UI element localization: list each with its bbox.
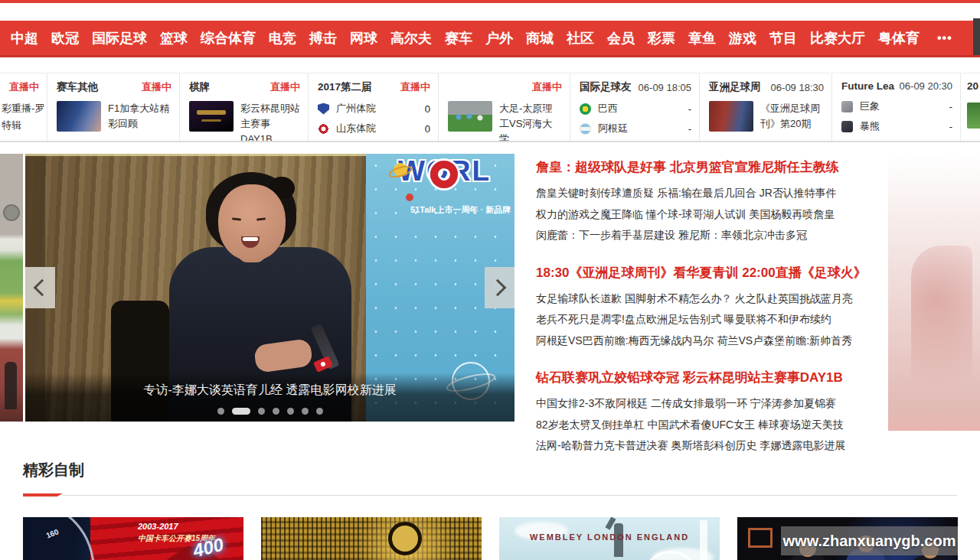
team-row: 阿根廷 - <box>580 122 691 135</box>
nav-item-fighting[interactable]: 搏击 <box>309 29 337 47</box>
carousel-dot-active[interactable] <box>232 408 250 415</box>
team-row: 暴熊 - <box>841 119 952 133</box>
nav-item-outdoor[interactable]: 户外 <box>485 29 513 47</box>
more-menu-icon[interactable]: ••• <box>937 31 952 45</box>
live-badge: 直播中 <box>400 80 430 94</box>
nav-item-programs[interactable]: 节目 <box>769 29 797 47</box>
nav-item-octopus[interactable]: 章鱼 <box>688 29 716 47</box>
card-title: 大足-太原理工VS河海大学 <box>499 101 562 141</box>
nav-item-intl-football[interactable]: 国际足球 <box>92 29 147 47</box>
carousel-dot[interactable] <box>302 408 309 415</box>
featured-thumbnails: 160 2003-2017 中国卡车公开赛15周年 400 WEMBLEY LO… <box>0 517 980 560</box>
live-card-college-match[interactable]: 2017第二届 直播中 广州体院 0 山东体院 0 <box>309 73 439 141</box>
match-time: 06-09 18:05 <box>639 82 691 93</box>
nav-item-match-hall[interactable]: 比赛大厅 <box>810 29 865 47</box>
elephant-team-logo-icon <box>841 101 853 112</box>
nav-item-yue-sports[interactable]: 粤体育 <box>878 29 920 47</box>
nav-item-lottery[interactable]: 彩票 <box>648 29 675 47</box>
card-thumbnail <box>448 101 492 132</box>
carousel-dot[interactable] <box>273 408 279 415</box>
card-thumbnail <box>709 101 753 132</box>
news-line[interactable]: 女足输球队长道歉 国脚射术不精怎么办？ 火之队赴英国挑战蓝月亮 <box>536 288 917 310</box>
news-line[interactable]: 法网-哈勒普力克卡普进决赛 奥斯塔彭科创历史 李娜透露电影进展 <box>536 435 917 457</box>
basketball-hoop-icon <box>748 528 773 548</box>
live-badge: 直播中 <box>270 80 300 94</box>
nav-item-games[interactable]: 游戏 <box>729 29 756 47</box>
main-nav: 中超 欧冠 国际足球 篮球 综合体育 电竞 搏击 网球 高尔夫 赛车 户外 商城… <box>0 21 980 57</box>
nav-item-racing[interactable]: 赛车 <box>445 29 472 47</box>
red-ring-letter-o <box>430 161 458 188</box>
live-card-partial-right[interactable]: 20 <box>961 73 980 141</box>
carousel-caption[interactable]: 专访-李娜大谈英语育儿经 透露电影网校新进展 <box>25 383 514 399</box>
news-headline[interactable]: 詹皇：超级球队是好事 北京男篮官宣雅尼斯任主教练 <box>536 158 917 176</box>
news-line[interactable]: 老兵不死只是凋零!盘点欧洲足坛告别式 曝曼联将不和伊布续约 <box>536 309 917 330</box>
carousel-prev-button[interactable] <box>25 267 55 308</box>
news-line[interactable]: 82岁老太劈叉倒挂单杠 中国武术看傻UFC女王 棒球赛场逆天美技 <box>536 415 917 436</box>
news-line[interactable]: 詹皇关键时刻传球遭质疑 乐福:输在最后几回合 JR否认推特事件 <box>536 183 917 204</box>
news-headline[interactable]: 18:30《亚洲足球周刊》看华夏青训 22:00直播《足球火》 <box>536 264 917 282</box>
news-block-general: 钻石联赛巩立姣铅球夺冠 彩云杯昆明站主赛事DAY1B 中国女排2-3不敌阿根廷 … <box>536 369 917 457</box>
nav-item-member[interactable]: 会员 <box>607 29 635 47</box>
nav-item-tennis[interactable]: 网球 <box>350 29 377 47</box>
news-line[interactable]: 闵鹿蕾：下一步着手基层建设 雅尼斯：率领北京冲击多冠 <box>536 225 917 246</box>
news-line[interactable]: 阿根廷VS巴西前瞻:梅西无缘战内马尔 荷兰VS卢森堡前瞻:新帅首秀 <box>536 330 917 352</box>
live-card-text: 彩重播-罗 <box>2 100 39 117</box>
carousel-dot[interactable] <box>287 408 294 415</box>
news-line[interactable]: 中国女排2-3不敌阿根廷 二传成女排最弱一环 宁泽涛参加夏锦赛 <box>536 393 917 415</box>
thumb-gold-crowd[interactable] <box>261 517 482 560</box>
watermark-text: www.zhanxuanygb.com <box>783 532 956 550</box>
live-badge: 直播中 <box>532 80 562 94</box>
thumb-years: 2003-2017 <box>138 522 178 531</box>
news-line[interactable]: 权力的游戏之魔王降临 懂个球-球哥湖人试训 美国杨毅再喷詹皇 <box>536 204 917 226</box>
live-card-asian-weekly[interactable]: 亚洲足球周 06-09 18:30 《亚洲足球周刊》第20期 <box>700 73 832 141</box>
carousel-dot[interactable] <box>217 408 224 415</box>
live-card-univ-football[interactable]: 直播中 大足-太原理工VS河海大学 <box>439 73 570 141</box>
card-title: 彩云杯昆明站主赛事DAY1B <box>240 101 300 141</box>
carousel-dot[interactable] <box>316 408 323 415</box>
thumb-truck-racing[interactable]: 160 2003-2017 中国卡车公开赛15周年 400 <box>23 517 243 560</box>
team-name: 阿根廷 <box>598 122 684 135</box>
section-divider <box>23 493 957 497</box>
card-category-label: 国际足球友 <box>580 80 632 94</box>
news-headline[interactable]: 钻石联赛巩立姣铅球夺冠 彩云杯昆明站主赛事DAY1B <box>536 369 917 386</box>
team-name: 暴熊 <box>860 119 945 133</box>
chevron-left-icon <box>34 279 51 297</box>
team-score: - <box>688 123 691 135</box>
live-card-partial-left[interactable]: 直播中 彩重播-罗 特辑 <box>0 73 47 141</box>
nav-item-community[interactable]: 社区 <box>567 29 594 47</box>
live-card-future-league[interactable]: Future Lea 06-09 20:30 巨象 - 暴熊 - <box>832 73 961 141</box>
live-card-intl-friendly[interactable]: 国际足球友 06-09 18:05 巴西 - 阿根廷 - <box>570 73 700 141</box>
live-card-text: 特辑 <box>2 117 39 134</box>
brazil-flag-icon <box>580 103 591 115</box>
news-block-football: 18:30《亚洲足球周刊》看华夏青训 22:00直播《足球火》 女足输球队长道歉… <box>536 264 917 352</box>
card-title: F1加拿大站精彩回顾 <box>108 101 172 132</box>
live-card-poker[interactable]: 棋牌 直播中 彩云杯昆明站主赛事DAY1B <box>180 73 309 141</box>
divider-gray-line <box>63 495 957 496</box>
white-column <box>700 520 707 560</box>
nav-item-golf[interactable]: 高尔夫 <box>390 29 432 47</box>
eye <box>232 217 241 220</box>
carousel-previous-slide-peek <box>0 154 23 422</box>
smiling-mouth <box>241 236 260 248</box>
carousel-next-button[interactable] <box>485 267 514 308</box>
hero-carousel[interactable]: WORL 51Talk上市一周年 · 新品牌 专访-李娜大谈英语育儿经 透露电影… <box>25 154 514 422</box>
wembley-caption: WEMBLEY LONDON ENGLAND <box>499 532 720 542</box>
thumb-basketball[interactable]: www.zhanxuanygb.com <box>737 517 958 560</box>
team-row: 广州体院 0 <box>318 102 430 116</box>
nav-item-esports[interactable]: 电竞 <box>269 29 296 47</box>
team-score: 0 <box>425 103 430 115</box>
nav-item-ucl[interactable]: 欧冠 <box>51 29 79 47</box>
divider-red-segment <box>23 493 63 497</box>
poster-subtitle: 51Talk上市一周年 · 新品牌 <box>410 204 514 216</box>
thumb-wembley[interactable]: WEMBLEY LONDON ENGLAND <box>499 517 720 560</box>
nav-item-mall[interactable]: 商城 <box>526 29 554 47</box>
live-card-racing[interactable]: 赛车其他 直播中 F1加拿大站精彩回顾 <box>47 73 180 141</box>
card-category-label: 2017第二届 <box>318 80 372 94</box>
carousel-dot[interactable] <box>258 408 265 415</box>
nav-item-general-sports[interactable]: 综合体育 <box>201 29 256 47</box>
person-face <box>218 184 286 261</box>
nav-item-basketball[interactable]: 篮球 <box>160 29 188 47</box>
argentina-flag-icon <box>580 123 591 135</box>
nav-item-csl[interactable]: 中超 <box>11 29 38 47</box>
bear-team-logo-icon <box>841 121 853 132</box>
